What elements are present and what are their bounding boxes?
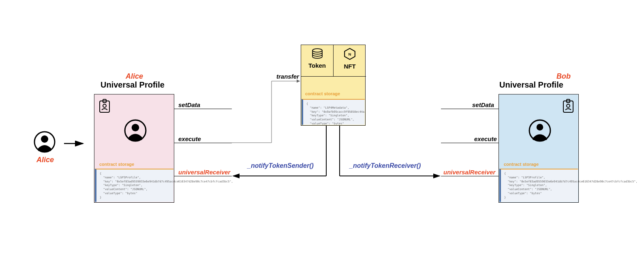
alice-ur-label: universalReceiver [178,169,230,176]
svg-marker-1 [297,79,300,83]
svg-point-20 [537,124,543,131]
bob-execute-label: execute [474,135,497,142]
token-storage-label: contract storage [305,91,340,96]
svg-point-7 [41,135,48,143]
bob-storage-label: contract storage [504,162,539,167]
profile-badge-icon [98,99,111,115]
notify-sender-label: _notifyTokenSender() [247,162,314,169]
bob-header-title: Universal Profile [499,80,563,90]
alice-header-name: Alice [126,72,143,81]
svg-point-12 [132,124,139,131]
alice-code-block: { "name": "LSP3Profile", "key": "0x5ef83… [95,169,173,202]
svg-point-10 [103,104,106,107]
alice-storage-label: contract storage [99,162,134,167]
token-label: Token [301,62,333,69]
token-code-block: { "name": "LSP4Metadata", "key": "0x9afb… [302,99,365,125]
diagram-canvas: Alice Alice Universal Profile Bob Univer… [0,0,644,255]
transfer-label: transfer [276,73,299,80]
notify-receiver-label: _notifyTokenReceiver() [349,162,421,169]
bob-silhouette-icon [528,119,552,144]
bob-code-block: { "name": "LSP3Profile", "key": "0x5ef83… [499,169,578,202]
alice-name-label: Alice [36,156,54,164]
alice-silhouette-icon [124,119,147,144]
alice-header-title: Universal Profile [101,80,165,90]
coins-icon [301,47,333,61]
profile-badge-icon [562,99,574,115]
alice-setdata-label: setData [178,101,200,108]
svg-point-18 [567,104,570,107]
alice-execute-label: execute [178,135,201,142]
bob-ur-label: universalReceiver [443,169,495,176]
svg-point-13 [312,49,322,52]
nft-label: NFT [334,63,366,70]
svg-text:N: N [349,52,351,56]
nft-hex-icon: N [334,47,366,62]
alice-avatar-icon [33,131,56,155]
bob-setdata-label: setData [472,101,494,108]
bob-header-name: Bob [546,72,571,81]
